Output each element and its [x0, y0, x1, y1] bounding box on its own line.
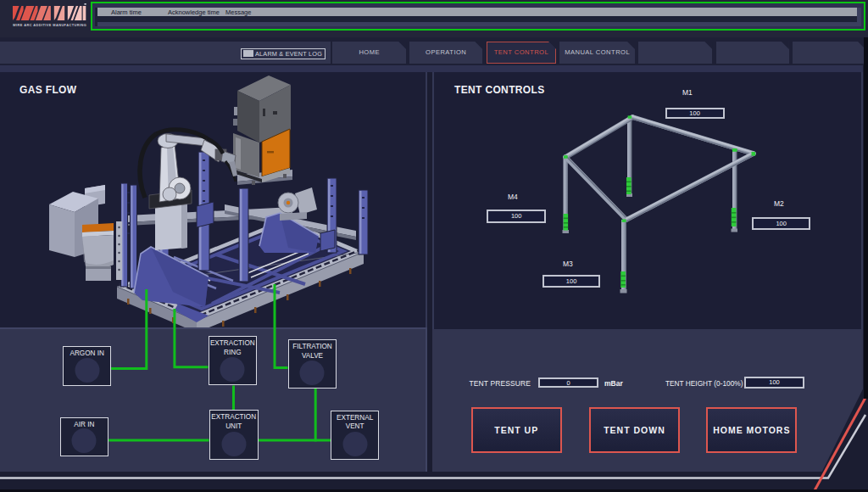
svg-text:WIRE ARC ADDITIVE MANUFACTURIN: WIRE ARC ADDITIVE MANUFACTURING — [13, 23, 86, 27]
